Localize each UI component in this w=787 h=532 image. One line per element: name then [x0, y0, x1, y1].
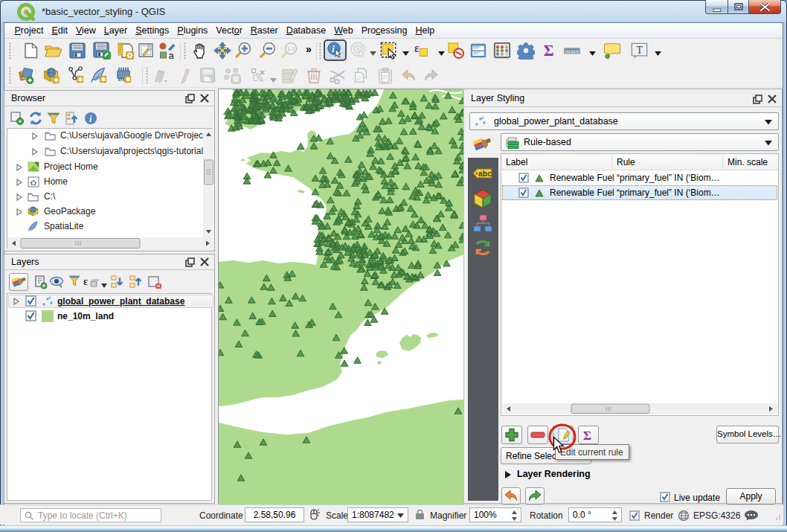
svg-text:abc: abc	[478, 169, 492, 178]
svg-text:✱: ✱	[54, 76, 60, 84]
svg-text:✱: ✱	[100, 75, 106, 83]
svg-text:ε: ε	[83, 276, 88, 287]
svg-text:ε: ε	[414, 42, 420, 54]
svg-text:Σ: Σ	[583, 429, 591, 443]
svg-text:T: T	[636, 45, 643, 56]
svg-text:Σ: Σ	[544, 42, 554, 60]
svg-text:a: a	[169, 50, 175, 60]
svg-text:✱: ✱	[77, 75, 83, 83]
svg-text:1:1: 1:1	[287, 45, 295, 52]
svg-text:✱: ✱	[125, 75, 131, 83]
svg-text:i: i	[332, 43, 335, 54]
